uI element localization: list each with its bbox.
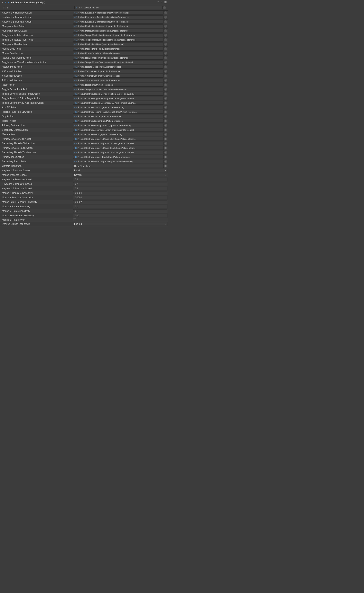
object-ref-field[interactable]: ℛ Main/Mouse Delta (InputActionReference… bbox=[73, 47, 164, 51]
object-ref-field[interactable]: ℛ Input Controls/Resting Hand Axis 2D (I… bbox=[73, 110, 164, 114]
script-ref-picker[interactable]: ○ bbox=[163, 6, 166, 9]
checkbox-icon[interactable]: ✓ bbox=[8, 1, 10, 4]
object-ref-field[interactable]: ℛ Main/Manipulate RightHand (InputAction… bbox=[73, 29, 164, 33]
ref-picker-button[interactable]: ⊙ bbox=[164, 147, 167, 150]
ref-picker-button[interactable]: ⊙ bbox=[164, 128, 167, 132]
input-action-icon bbox=[74, 124, 77, 127]
object-ref-field[interactable]: ℛ Main/Keyboard X Translate (InputAction… bbox=[73, 11, 164, 14]
menu-icon[interactable]: ☰ bbox=[164, 1, 167, 4]
number-field[interactable]: 0.05 bbox=[73, 214, 167, 217]
dropdown-field[interactable]: Locked▼ bbox=[73, 222, 167, 226]
table-row: Menu Actionℛ Input Controls/Menu (InputA… bbox=[0, 132, 168, 137]
ref-picker-button[interactable]: ⊙ bbox=[164, 29, 167, 32]
object-ref-field[interactable]: ℛ Main/Manipulate Head (InputActionRefer… bbox=[73, 42, 164, 46]
script-ref[interactable]: # # XRDeviceSimulator bbox=[74, 6, 162, 9]
object-ref-field[interactable]: ℛ Input Controls/Toggle Primary 2D Axis … bbox=[73, 97, 164, 100]
ref-picker-button[interactable]: ⊙ bbox=[164, 74, 167, 77]
ref-picker-button[interactable]: ⊙ bbox=[164, 47, 167, 50]
object-ref-field[interactable]: ℛ Main/Rotate Mode Override (InputAction… bbox=[73, 56, 164, 60]
ref-picker-button[interactable]: ⊙ bbox=[164, 61, 167, 64]
svg-point-12 bbox=[75, 26, 76, 27]
ref-picker-button[interactable]: ⊙ bbox=[164, 20, 167, 23]
ref-picker-button[interactable]: ⊙ bbox=[164, 110, 167, 113]
slider-icon[interactable]: ⇅ bbox=[160, 1, 163, 4]
object-ref-field[interactable]: ℛ Main/Negate Mode (InputActionReference… bbox=[73, 65, 164, 69]
ref-picker-button[interactable]: ⊙ bbox=[164, 115, 167, 118]
ref-picker-button[interactable]: ⊙ bbox=[164, 92, 167, 95]
object-ref-field[interactable]: ℛ Input Controls/Trigger (InputActionRef… bbox=[73, 119, 164, 123]
object-ref-field[interactable]: ℛ Input Controls/Toggle Secondary 2D Axi… bbox=[73, 101, 164, 105]
ref-picker-button[interactable]: ⊙ bbox=[164, 124, 167, 127]
object-ref-field[interactable]: ℛ Main/X Constraint (InputActionReferenc… bbox=[73, 70, 164, 73]
ref-picker-button[interactable]: ⊙ bbox=[164, 25, 167, 28]
object-ref-field[interactable]: ℛ Input Controls/Secondary 2D Axis Touch… bbox=[73, 151, 164, 154]
ref-text: ℛ Main/Mouse Scroll (InputActionReferenc… bbox=[78, 52, 163, 55]
dropdown-text: Local bbox=[74, 169, 164, 172]
object-ref-none-field[interactable]: None (Transform) bbox=[73, 164, 164, 168]
object-ref-field[interactable]: ℛ Input Controls/Primary Touch (InputAct… bbox=[73, 155, 164, 159]
help-icon[interactable]: ? bbox=[157, 1, 159, 4]
ref-picker-button[interactable]: ⊙ bbox=[164, 83, 167, 87]
number-field[interactable]: 0.0004 bbox=[73, 191, 167, 195]
number-field[interactable]: 0.0002 bbox=[73, 200, 167, 204]
number-field[interactable]: 0.2 bbox=[73, 182, 167, 186]
svg-point-40 bbox=[75, 57, 76, 58]
object-ref-field[interactable]: ℛ Input Controls/Primary 2D Axis Touch (… bbox=[73, 146, 164, 150]
ref-picker-button[interactable]: ⊙ bbox=[164, 11, 167, 14]
object-ref-field[interactable]: ℛ Main/Manipulate LeftHand (InputActionR… bbox=[73, 25, 164, 28]
number-field[interactable]: 0.1 bbox=[73, 209, 167, 213]
ref-picker-button[interactable]: ⊙ bbox=[164, 97, 167, 100]
hash-icon: # bbox=[5, 1, 6, 4]
ref-picker-button[interactable]: ⊙ bbox=[164, 43, 167, 46]
ref-picker-button[interactable]: ⊙ bbox=[164, 34, 167, 37]
ref-picker-button[interactable]: ⊙ bbox=[164, 151, 167, 154]
object-ref-field[interactable]: ℛ Input Controls/Grip (InputActionRefere… bbox=[73, 115, 164, 118]
table-row: Mouse X Translate Sensitivity0.0004 bbox=[0, 191, 168, 195]
row-label: Manipulate Head Action bbox=[0, 42, 72, 46]
ref-picker-button[interactable]: ⊙ bbox=[164, 137, 167, 140]
number-field[interactable]: 0.1 bbox=[73, 205, 167, 208]
ref-picker-button[interactable]: ⊙ bbox=[164, 106, 167, 109]
ref-picker-button[interactable]: ⊙ bbox=[164, 56, 167, 59]
number-field[interactable]: 0.0004 bbox=[73, 196, 167, 199]
ref-picker-button[interactable]: ⊙ bbox=[164, 79, 167, 82]
object-ref-field[interactable]: ℛ Input Controls/Secondary 2D Axis Click… bbox=[73, 142, 164, 145]
ref-picker-button[interactable]: ⊙ bbox=[164, 160, 167, 163]
object-ref-field[interactable]: ℛ Main/Y Constraint (InputActionReferenc… bbox=[73, 74, 164, 78]
object-ref-field[interactable]: ℛ Main/Keyboard Z Translate (InputAction… bbox=[73, 20, 164, 24]
object-ref-field[interactable]: ℛ Input Controls/Toggle Device Position … bbox=[73, 92, 164, 96]
ref-picker-button[interactable]: ⊙ bbox=[164, 52, 167, 55]
ref-picker-button[interactable]: ⊙ bbox=[164, 155, 167, 159]
ref-picker-button[interactable]: ⊙ bbox=[164, 101, 167, 104]
number-field[interactable]: 0.2 bbox=[73, 187, 167, 190]
object-ref-field[interactable]: ℛ Main/Toggle Manipulate RightHand (Inpu… bbox=[73, 38, 164, 41]
number-field[interactable]: 0.2 bbox=[73, 178, 167, 181]
object-ref-field[interactable]: ℛ Input Controls/Secondary Touch (InputA… bbox=[73, 160, 164, 163]
object-ref-field[interactable]: ℛ Input Controls/Primary Button (InputAc… bbox=[73, 124, 164, 127]
ref-picker-button[interactable]: ⊙ bbox=[164, 16, 167, 19]
ref-picker-button[interactable]: ⊙ bbox=[164, 133, 167, 136]
dropdown-field[interactable]: Local▼ bbox=[73, 169, 167, 172]
object-ref-field[interactable]: ℛ Main/Reset (InputActionReference) bbox=[73, 83, 164, 87]
object-ref-field[interactable]: ℛ Main/Toggle Cursor Lock (InputActionRe… bbox=[73, 88, 164, 91]
ref-picker-button[interactable]: ⊙ bbox=[164, 38, 167, 41]
object-ref-field[interactable]: ℛ Main/Mouse Scroll (InputActionReferenc… bbox=[73, 52, 164, 55]
object-ref-field[interactable]: ℛ Main/Keyboard Y Translate (InputAction… bbox=[73, 15, 164, 19]
collapse-arrow-icon[interactable]: ▼ bbox=[1, 1, 4, 4]
object-ref-field[interactable]: ℛ Input Controls/Secondary Button (Input… bbox=[73, 128, 164, 132]
object-ref-field[interactable]: ℛ Input Controls/Menu (InputActionRefere… bbox=[73, 133, 164, 136]
ref-picker-button[interactable]: ⊙ bbox=[164, 142, 167, 145]
object-ref-field[interactable]: ℛ Main/Toggle Manipulate LeftHand (Input… bbox=[73, 33, 164, 37]
ref-picker-button[interactable]: ⊙ bbox=[164, 88, 167, 91]
object-ref-field[interactable]: ℛ Input Controls/Primary 2D Axis Click (… bbox=[73, 137, 164, 141]
table-row: Toggle Primary 2D Axis Target Actionℛ In… bbox=[0, 96, 168, 101]
dropdown-field[interactable]: Screen▼ bbox=[73, 173, 167, 177]
checkbox-field[interactable] bbox=[73, 219, 76, 221]
object-ref-field[interactable]: ℛ Main/Toggle Mouse Transformation Mode … bbox=[73, 60, 164, 64]
object-ref-field[interactable]: ℛ Input Controls/Axis 2D (InputActionRef… bbox=[73, 106, 164, 109]
ref-picker-button[interactable]: ⊙ bbox=[164, 65, 167, 68]
ref-none-picker-button[interactable]: ⊙ bbox=[164, 164, 167, 167]
ref-picker-button[interactable]: ⊙ bbox=[164, 119, 167, 122]
object-ref-field[interactable]: ℛ Main/Z Constraint (InputActionReferenc… bbox=[73, 79, 164, 82]
ref-picker-button[interactable]: ⊙ bbox=[164, 70, 167, 73]
